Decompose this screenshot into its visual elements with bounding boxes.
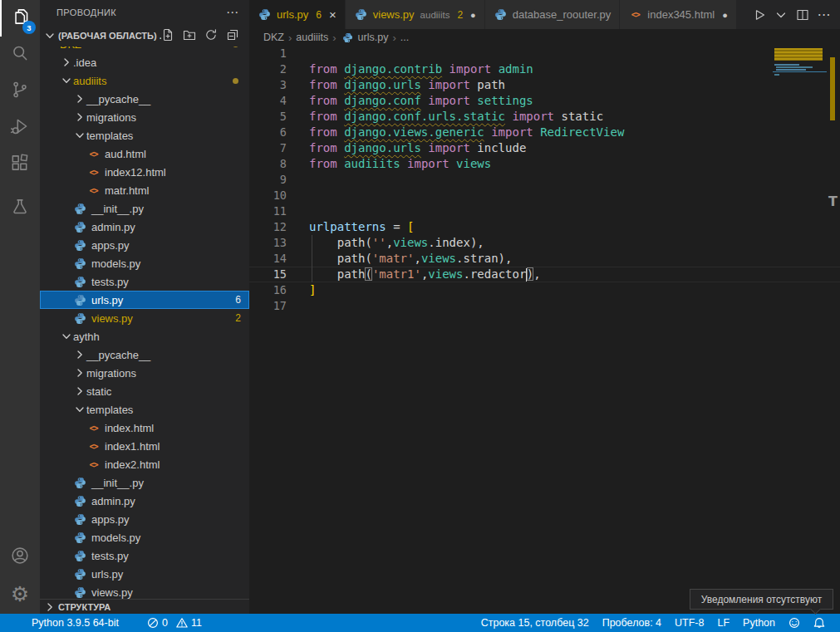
new-folder-icon[interactable] bbox=[183, 28, 198, 43]
split-editor-button[interactable] bbox=[793, 6, 812, 24]
outline-section-header[interactable]: СТРУКТУРА bbox=[40, 599, 249, 614]
modified-dot-icon[interactable]: ● bbox=[470, 10, 476, 20]
code-line-12[interactable]: 12urlpatterns = [ bbox=[249, 219, 840, 235]
html-file-icon: <> bbox=[86, 147, 101, 160]
more-actions-button[interactable]: ⋯ bbox=[815, 6, 833, 24]
tree-item--pycache-[interactable]: __pycache__ bbox=[40, 345, 249, 364]
workspace-title: (РАБОЧАЯ ОБЛАСТЬ) ... bbox=[58, 31, 161, 41]
tree-item-urls-py[interactable]: urls.py bbox=[40, 565, 249, 583]
code-line-16[interactable]: 16] bbox=[249, 282, 840, 298]
activity-item-testing[interactable] bbox=[0, 190, 40, 227]
tree-item-matr-html[interactable]: <>matr.html bbox=[40, 181, 249, 199]
breadcrumb-item[interactable]: DKZ bbox=[263, 32, 284, 43]
status-notifications[interactable] bbox=[807, 614, 832, 632]
tree-item-index12-html[interactable]: <>index12.html bbox=[40, 163, 249, 181]
code-line-15[interactable]: 15 path('matr1',views.redactor), bbox=[249, 267, 840, 282]
tree-item-urls-py[interactable]: urls.py6 bbox=[40, 291, 249, 309]
tree-item-views-py[interactable]: views.py2 bbox=[40, 309, 249, 327]
run-button[interactable] bbox=[750, 6, 769, 24]
tree-item-dkz[interactable]: DKZ bbox=[40, 47, 249, 53]
code-line-13[interactable]: 13 path('',views.index), bbox=[249, 235, 840, 251]
code-line-7[interactable]: 7from django.urls import include bbox=[249, 140, 840, 156]
new-file-icon[interactable] bbox=[161, 28, 176, 43]
tree-item-models-py[interactable]: models.py bbox=[40, 254, 249, 272]
minimap[interactable] bbox=[773, 47, 824, 130]
run-dropdown[interactable] bbox=[772, 6, 790, 24]
python-file-icon bbox=[73, 293, 87, 306]
breadcrumb-item[interactable]: urls.py bbox=[341, 31, 389, 44]
code-line-3[interactable]: 3from django.urls import path bbox=[249, 77, 840, 93]
tree-item-views-py[interactable]: views.py bbox=[40, 583, 249, 599]
vertical-scrollbar[interactable]: T bbox=[827, 46, 840, 614]
activity-item-source-control[interactable] bbox=[0, 73, 40, 110]
code-line-5[interactable]: 5from django.conf.urls.static import sta… bbox=[249, 109, 840, 125]
code-line-11[interactable]: 11 bbox=[249, 203, 840, 219]
tree-item-admin-py[interactable]: admin.py bbox=[40, 218, 249, 236]
status-language-mode[interactable]: Python bbox=[736, 614, 782, 632]
tab-index345-html[interactable]: <>index345.html● bbox=[620, 0, 737, 29]
tree-item-migrations[interactable]: migrations bbox=[40, 108, 249, 126]
tree-item-aud-html[interactable]: <>aud.html bbox=[40, 145, 249, 163]
tree-item-migrations[interactable]: migrations bbox=[40, 364, 249, 382]
status-feedback[interactable] bbox=[782, 614, 807, 632]
tree-item-tests-py[interactable]: tests.py bbox=[40, 546, 249, 565]
refresh-icon[interactable] bbox=[204, 28, 219, 43]
code-line-4[interactable]: 4from django.conf import settings bbox=[249, 93, 840, 109]
activity-item-extensions[interactable] bbox=[0, 146, 40, 183]
status-python-version[interactable]: Python 3.9.5 64-bit bbox=[25, 614, 125, 632]
workspace-section-header[interactable]: (РАБОЧАЯ ОБЛАСТЬ) ... bbox=[40, 25, 249, 47]
modified-dot-icon[interactable]: ● bbox=[722, 10, 728, 20]
activity-item-search[interactable] bbox=[0, 37, 40, 73]
tree-item-aythh[interactable]: aythh bbox=[40, 327, 249, 345]
tree-item-templates[interactable]: templates bbox=[40, 400, 249, 419]
tree-item-apps-py[interactable]: apps.py bbox=[40, 236, 249, 254]
breadcrumb-item[interactable]: audiiits bbox=[296, 32, 328, 43]
code-line-2[interactable]: 2from django.contrib import admin bbox=[249, 61, 840, 77]
tree-item-audiiits[interactable]: audiiits bbox=[40, 71, 249, 90]
collapse-all-icon[interactable] bbox=[226, 28, 241, 43]
tree-item-index1-html[interactable]: <>index1.html bbox=[40, 437, 249, 455]
code-editor[interactable]: 12from django.contrib import admin3from … bbox=[249, 46, 840, 614]
code-token: views bbox=[393, 236, 428, 249]
tree-item-apps-py[interactable]: apps.py bbox=[40, 510, 249, 528]
activity-item-account[interactable] bbox=[0, 539, 40, 576]
code-token: django.conf.urls.static bbox=[344, 110, 505, 123]
activity-item-run-debug[interactable] bbox=[0, 110, 40, 146]
minimap-current-line bbox=[773, 71, 827, 72]
activity-item-settings[interactable]: ⚙ bbox=[0, 576, 40, 612]
status-cursor-position[interactable]: Строка 15, столбец 32 bbox=[474, 614, 596, 632]
activity-item-explorer[interactable]: 3 bbox=[0, 0, 40, 37]
tree-item-static[interactable]: static bbox=[40, 382, 249, 400]
tree-item-models-py[interactable]: models.py bbox=[40, 528, 249, 546]
tab-urls-py[interactable]: urls.py6× bbox=[249, 0, 346, 29]
tree-item-index2-html[interactable]: <>index2.html bbox=[40, 455, 249, 473]
breadcrumb-item[interactable]: ... bbox=[400, 32, 409, 43]
code-line-6[interactable]: 6from django.views.generic import Redire… bbox=[249, 125, 840, 140]
tab-views-py[interactable]: views.pyaudiiits2● bbox=[346, 0, 485, 29]
chevron-down-icon bbox=[73, 403, 86, 416]
tree-item-tests-py[interactable]: tests.py bbox=[40, 272, 249, 291]
tree-item-admin-py[interactable]: admin.py bbox=[40, 492, 249, 510]
code-line-10[interactable]: 10 bbox=[249, 188, 840, 203]
tree-item--init-py[interactable]: __init__.py bbox=[40, 199, 249, 218]
code-line-17[interactable]: 17 bbox=[249, 298, 840, 314]
tree-item-templates[interactable]: templates bbox=[40, 126, 249, 145]
status-encoding[interactable]: UTF-8 bbox=[668, 614, 710, 632]
code-line-9[interactable]: 9 bbox=[249, 172, 840, 188]
html-file-icon: <> bbox=[628, 8, 642, 22]
code-line-1[interactable]: 1 bbox=[249, 46, 840, 61]
gear-icon: ⚙ bbox=[11, 584, 29, 605]
code-line-8[interactable]: 8from audiiits import views bbox=[249, 156, 840, 172]
more-actions-icon[interactable]: ⋯ bbox=[226, 5, 239, 20]
code-line-14[interactable]: 14 path('matr',views.stran), bbox=[249, 251, 840, 267]
scrollbar-glyph: T bbox=[828, 194, 838, 209]
tree-item--idea[interactable]: .idea bbox=[40, 53, 249, 71]
tab-database-roouter-py[interactable]: database_roouter.py bbox=[485, 0, 621, 29]
close-icon[interactable]: × bbox=[329, 8, 336, 21]
tree-item--init-py[interactable]: __init__.py bbox=[40, 473, 249, 492]
status-eol[interactable]: LF bbox=[710, 614, 736, 632]
tree-item-index-html[interactable]: <>index.html bbox=[40, 419, 249, 437]
tree-item--pycache-[interactable]: __pycache__ bbox=[40, 90, 249, 108]
status-indentation[interactable]: Пробелов: 4 bbox=[596, 614, 668, 632]
status-problems[interactable]: 011 bbox=[140, 614, 209, 632]
